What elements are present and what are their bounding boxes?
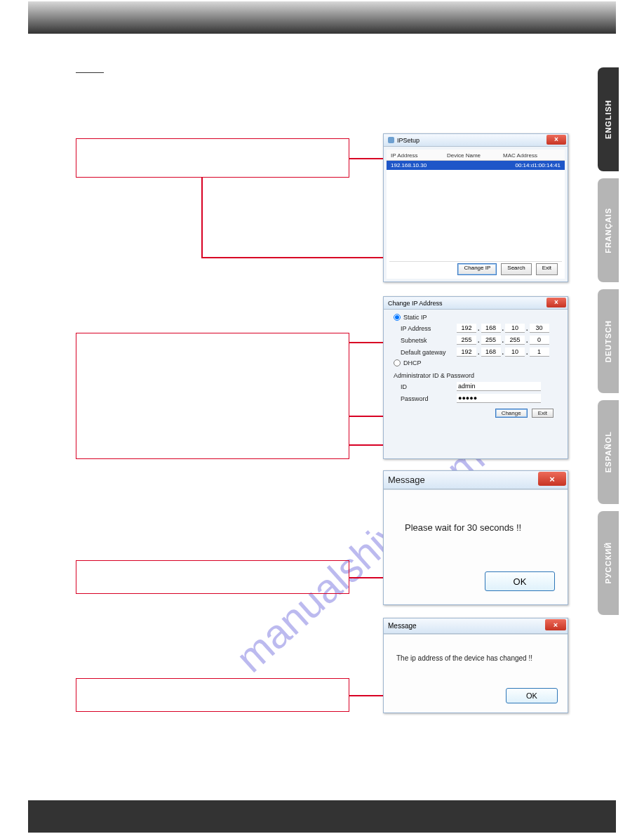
lang-tab-english[interactable]: ENGLISH [598, 67, 619, 171]
subnet-label: Subnetsk [401, 337, 457, 344]
password-row: Password [401, 394, 558, 403]
ip-octet-2[interactable] [481, 324, 501, 333]
gateway-row: Default gateway . . . [401, 348, 558, 357]
gateway-label: Default gateway [401, 349, 457, 356]
ip-octet-3[interactable] [505, 324, 525, 333]
close-icon[interactable]: × [546, 298, 566, 307]
dhcp-radio[interactable]: DHCP [394, 359, 558, 366]
cell-ip: 192.168.10.30 [391, 162, 447, 168]
id-label: ID [401, 383, 457, 390]
ip-label: IP Address [401, 325, 457, 332]
static-ip-radio-input[interactable] [394, 314, 401, 321]
bottom-bar [28, 800, 616, 833]
window-title: Message [388, 475, 425, 485]
change-ip-window: Change IP Address × Static IP IP Address… [383, 296, 568, 459]
static-ip-radio[interactable]: Static IP [394, 314, 558, 321]
lang-label: DEUTSCH [604, 320, 612, 362]
lang-label: FRANÇAIS [604, 208, 612, 253]
gw-octet-1[interactable] [457, 348, 476, 357]
search-button[interactable]: Search [501, 263, 531, 275]
dhcp-radio-input[interactable] [394, 359, 401, 366]
sn-octet-2[interactable] [481, 336, 501, 345]
titlebar: Message × [384, 471, 568, 489]
exit-button[interactable]: Exit [536, 263, 558, 275]
ip-address-row: IP Address . . . [401, 324, 558, 333]
button-row: Change IP Search Exit [389, 261, 562, 275]
ipsetup-window: IPSetup × IP Address Device Name MAC Add… [383, 133, 568, 282]
static-ip-label: Static IP [403, 314, 427, 321]
gw-octet-3[interactable] [505, 348, 525, 357]
cell-name [447, 162, 503, 168]
exit-button[interactable]: Exit [532, 409, 554, 418]
sn-octet-3[interactable] [505, 336, 525, 345]
close-icon[interactable]: × [545, 619, 566, 630]
lang-label: РУССКИЙ [604, 542, 612, 583]
change-button[interactable]: Change [495, 409, 528, 418]
dhcp-label: DHCP [403, 359, 422, 366]
change-ip-button[interactable]: Change IP [457, 263, 497, 275]
top-gradient-bar [28, 1, 616, 34]
titlebar: Change IP Address × [384, 297, 568, 310]
message-wait-window: Message × Please wait for 30 seconds !! … [383, 470, 568, 605]
titlebar: IPSetup × [384, 134, 568, 147]
lang-tab-francais[interactable]: FRANÇAIS [598, 178, 619, 282]
heading-underline [76, 72, 104, 73]
id-row: ID [401, 382, 558, 391]
window-title: IPSetup [397, 137, 420, 144]
window-title: Change IP Address [388, 300, 442, 307]
close-icon[interactable]: × [538, 472, 566, 486]
message-text: Please wait for 30 seconds !! [405, 522, 521, 533]
sn-octet-1[interactable] [457, 336, 476, 345]
lang-tab-russian[interactable]: РУССКИЙ [598, 511, 619, 615]
gw-octet-4[interactable] [530, 348, 549, 357]
password-field[interactable] [457, 394, 541, 403]
id-field[interactable] [457, 382, 541, 391]
message-text: The ip address of the device has changed… [396, 654, 532, 662]
lang-tab-espanol[interactable]: ESPAÑOL [598, 400, 619, 504]
connector-line [201, 178, 203, 258]
button-row: Change Exit [394, 409, 554, 418]
lang-tab-deutsch[interactable]: DEUTSCH [598, 289, 619, 393]
lang-label: ESPAÑOL [604, 431, 612, 472]
callout-box-3 [76, 560, 349, 594]
ok-button[interactable]: OK [485, 571, 555, 591]
app-icon [388, 137, 394, 143]
titlebar: Message × [384, 618, 568, 634]
ip-octet-4[interactable] [530, 324, 549, 333]
password-label: Password [401, 395, 457, 402]
col-ip: IP Address [391, 152, 447, 159]
callout-box-2 [76, 333, 349, 459]
close-icon[interactable]: × [546, 135, 566, 145]
ip-octet-1[interactable] [457, 324, 476, 333]
subnet-row: Subnetsk . . . [401, 336, 558, 345]
sn-octet-4[interactable] [530, 336, 549, 345]
table-row[interactable]: 192.168.10.30 00:14:d1:00:14:41 [387, 161, 565, 170]
ok-button[interactable]: OK [506, 688, 558, 703]
message-changed-window: Message × The ip address of the device h… [383, 618, 568, 713]
callout-box-1 [76, 138, 349, 178]
col-mac: MAC Address [503, 152, 561, 159]
lang-label: ENGLISH [604, 100, 612, 139]
auth-section-heading: Administrator ID & Password [394, 372, 558, 379]
window-title: Message [388, 622, 417, 630]
gw-octet-2[interactable] [481, 348, 501, 357]
col-name: Device Name [447, 152, 503, 159]
callout-box-4 [76, 678, 349, 712]
cell-mac: 00:14:d1:00:14:41 [503, 162, 561, 168]
table-header: IP Address Device Name MAC Address [387, 150, 565, 161]
